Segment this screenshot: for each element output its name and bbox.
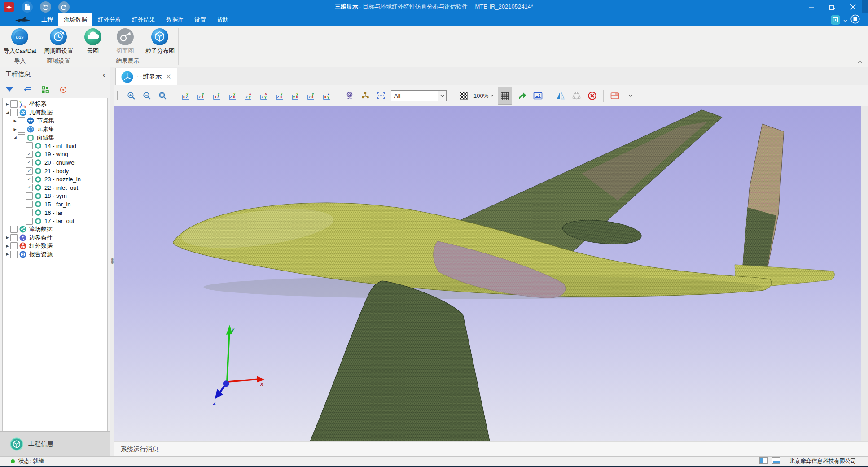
redo-icon[interactable] [58,1,70,13]
tree-item-checkbox[interactable] [10,109,18,116]
tree-item[interactable]: 16 - far [3,209,107,217]
tree-item[interactable]: ▶报告资源 [3,250,107,259]
layout-bottom-panel-icon[interactable] [772,457,780,465]
panel-splitter[interactable]: ●●● [110,67,114,457]
view-left-icon[interactable]: yxz [211,90,223,101]
minimize-button[interactable] [808,3,815,10]
tree-item[interactable]: 17 - far_out [3,217,107,225]
zoom-level-dropdown[interactable]: 100% [473,92,494,99]
view-back-icon[interactable]: yzx [195,90,207,101]
tree-item-checkbox[interactable] [18,117,25,124]
select-region-icon[interactable] [375,90,387,101]
grid-view-icon[interactable] [41,86,49,94]
new-file-icon[interactable] [22,1,33,13]
transparency-checker-icon[interactable] [458,90,469,101]
view-iso-3-icon[interactable]: yzx [305,90,317,101]
layout-left-panel-icon[interactable] [759,457,768,465]
tree-item[interactable]: ✓22 - inlet_out [3,183,107,192]
panel-collapse-icon[interactable]: ‹ [103,71,105,79]
view-front-icon[interactable]: yxz [180,90,191,101]
menu-tab-5[interactable]: 设置 [189,13,211,26]
tree-item[interactable]: ▶Yzx坐标系 [3,100,107,109]
tree-item-checkbox[interactable] [10,242,18,249]
display-filter-select[interactable]: All [391,90,447,101]
tree-item-checkbox[interactable] [26,192,33,200]
tree-expander-icon[interactable]: ◢ [12,135,18,140]
particle-distribution-button[interactable]: 粒子分布图 [145,28,175,55]
ring-nodes-icon[interactable] [570,90,582,101]
view-iso-4-icon[interactable]: zxy [321,90,333,101]
tree-item-checkbox[interactable] [10,251,18,258]
view-iso-1-icon[interactable]: yzx [274,90,285,101]
tree-item[interactable]: ✓23 - nozzle_in [3,175,107,183]
tab-close-icon[interactable]: ✕ [166,73,171,81]
view-iso-2-icon[interactable]: yyx [289,90,301,101]
tree-item-checkbox[interactable]: ✓ [26,167,33,175]
tree-item[interactable]: ◢面域集 [3,133,107,142]
zoom-out-icon[interactable] [141,90,153,101]
tree-item[interactable]: ✓19 - wing [3,150,107,159]
theme-dropdown-icon[interactable] [843,16,847,24]
panel-bottom-bar[interactable]: 工程信息 [0,431,110,457]
menu-tab-2[interactable]: 红外分析 [92,13,127,26]
help-book-icon[interactable] [850,14,860,26]
tree-item-checkbox[interactable] [26,218,33,225]
combo-dropdown-icon[interactable] [438,91,446,101]
tree-item[interactable]: 18 - sym [3,192,107,201]
theme-icon[interactable] [831,15,840,25]
render-style-icon[interactable] [609,90,621,101]
tree-item-checkbox[interactable]: ✓ [26,151,33,158]
mirror-icon[interactable] [555,90,566,101]
tree-item-checkbox[interactable] [18,126,25,133]
tree-expander-icon[interactable]: ▶ [4,244,10,248]
tree-expander-icon[interactable]: ▶ [12,119,18,123]
locate-target-icon[interactable] [59,86,67,94]
snapshot-icon[interactable] [532,90,544,101]
menu-tab-6[interactable]: 帮助 [211,13,234,26]
zoom-fit-icon[interactable] [157,90,168,101]
tree-item[interactable]: ✓21 - body [3,167,107,175]
tree-item-checkbox[interactable]: ✓ [26,159,33,166]
tree-item[interactable]: ◢几何数据 [3,109,107,117]
tree-item-checkbox[interactable]: ✓ [26,176,33,183]
zoom-in-icon[interactable] [125,90,137,101]
menu-tab-0[interactable]: 工程 [36,13,58,26]
mesh-grid-toggle[interactable] [498,87,512,105]
tree-item-checkbox[interactable] [10,234,18,241]
contour-map-button[interactable]: 云图 [81,28,105,55]
import-cas-dat-button[interactable]: cas导入Cas/Dat [4,28,36,55]
3d-viewport[interactable]: y x z [114,106,861,442]
periodic-surface-button[interactable]: 周期面设置 [44,28,73,55]
toolbar-drag-handle[interactable] [117,91,120,100]
app-logo-icon[interactable] [4,2,14,12]
tree-item-checkbox[interactable] [26,142,33,149]
tree-item[interactable]: 15 - far_in [3,200,107,209]
tree-expander-icon[interactable]: ▶ [4,252,10,256]
menu-tab-1[interactable]: 流场数据 [58,13,92,26]
tree-item[interactable]: ▶红外数据 [3,242,107,250]
filter-icon[interactable] [5,86,13,94]
cancel-icon[interactable] [586,90,598,101]
tree-item[interactable]: ▶边界条件 [3,234,107,242]
tree-item-checkbox[interactable] [26,209,33,216]
tree-item-checkbox[interactable] [18,134,25,141]
tree-item[interactable]: ▶元素集 [3,125,107,134]
tree-item-checkbox[interactable] [10,226,18,233]
menu-tab-4[interactable]: 数据库 [161,13,189,26]
view-top-icon[interactable]: xzy [242,90,254,101]
tree-item-checkbox[interactable]: ✓ [26,184,33,191]
render-style-caret-icon[interactable] [625,90,636,101]
undo-icon[interactable] [40,1,51,13]
tree-expander-icon[interactable]: ▶ [12,127,18,131]
export-arrow-icon[interactable] [516,90,528,101]
menu-tab-3[interactable]: 红外结果 [127,13,161,26]
tree-expander-icon[interactable]: ▶ [4,236,10,240]
restore-button[interactable] [829,3,836,10]
camera-icon[interactable] [344,90,355,101]
tree-item-checkbox[interactable] [10,100,18,108]
tree-item[interactable]: 14 - int_fluid [3,142,107,150]
tree-item[interactable]: ▶节点集 [3,117,107,125]
view-right-icon[interactable]: yzx [227,90,238,101]
tree-item[interactable]: ✓20 - chuiwei [3,158,107,167]
view-bottom-icon[interactable]: xzy [258,90,270,101]
